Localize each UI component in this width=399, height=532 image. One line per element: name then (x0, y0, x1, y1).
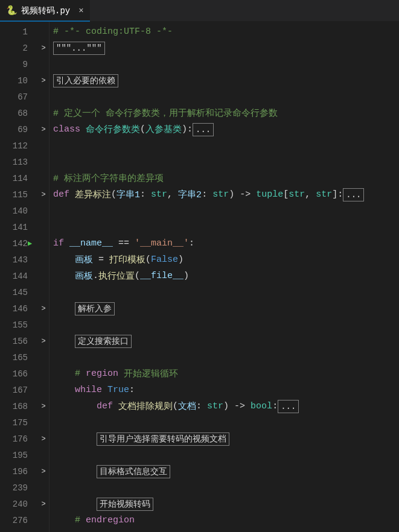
fold-chevron-icon[interactable]: > (37, 125, 49, 134)
line-number[interactable]: 69 (0, 125, 28, 135)
token: # 定义一个 命令行参数类，用于解析和记录命令行参数 (53, 107, 278, 119)
folded-region-box[interactable]: 开始视频转码 (97, 498, 153, 511)
line-number[interactable]: 168 (0, 402, 28, 411)
code-line[interactable] (53, 203, 397, 219)
line-number[interactable]: 167 (0, 385, 28, 395)
code-line[interactable]: 引导用户选择需要转码的视频文档 (53, 431, 397, 447)
line-number[interactable]: 142 (0, 239, 28, 249)
editor-tab[interactable]: 🐍 视频转码.py × (0, 0, 90, 21)
gutter-row: 143 (0, 252, 49, 268)
code-line[interactable]: def 差异标注(字串1: str, 字串2: str) -> tuple[st… (53, 186, 397, 203)
folded-region-box[interactable]: 目标格式信息交互 (97, 465, 170, 478)
code-line[interactable]: 引入必要的依赖 (53, 72, 397, 89)
code-line[interactable]: """...""" (53, 40, 397, 56)
line-number[interactable]: 196 (0, 467, 28, 477)
line-number[interactable]: 165 (0, 353, 28, 363)
code-line[interactable]: 画板 = 打印模板(False) (53, 252, 397, 268)
token: str (151, 189, 167, 200)
code-line[interactable] (53, 284, 397, 300)
code-line[interactable]: 开始视频转码 (53, 496, 397, 512)
line-number[interactable]: 239 (0, 483, 28, 493)
folded-region-box[interactable]: 解析入参 (75, 302, 115, 315)
code-line[interactable] (53, 56, 397, 72)
code-line[interactable]: # endregion (53, 512, 397, 528)
code-line[interactable]: while True: (53, 382, 397, 398)
code-line[interactable] (53, 349, 397, 366)
line-number[interactable]: 166 (0, 369, 28, 379)
code-line[interactable]: # 标注两个字符串的差异项 (53, 170, 397, 186)
line-number[interactable]: 156 (0, 337, 28, 346)
code-line[interactable] (53, 138, 397, 154)
fold-chevron-icon[interactable]: > (37, 435, 49, 443)
folded-ellipsis[interactable]: ... (278, 400, 299, 413)
line-number[interactable]: 115 (0, 190, 28, 200)
line-number[interactable]: 144 (0, 271, 28, 281)
token: == (113, 238, 135, 249)
code-line[interactable] (53, 89, 397, 105)
tab-bar: 🐍 视频转码.py × (0, 0, 399, 22)
line-number[interactable]: 113 (0, 157, 28, 167)
close-icon[interactable]: × (78, 6, 83, 16)
code-line[interactable] (53, 480, 397, 496)
token: ) (184, 271, 189, 281)
code-line[interactable]: # 定义一个 命令行参数类，用于解析和记录命令行参数 (53, 105, 397, 121)
line-number[interactable]: 67 (0, 92, 28, 102)
fold-chevron-icon[interactable]: > (37, 77, 49, 85)
code-line[interactable]: def 文档排除规则(文档: str) -> bool:... (53, 398, 397, 414)
line-number[interactable]: 112 (0, 141, 28, 151)
gutter-row: 168> (0, 398, 49, 414)
gutter-row: 115> (0, 186, 49, 203)
line-number[interactable]: 68 (0, 109, 28, 118)
line-number[interactable]: 2 (0, 43, 28, 53)
token: 入参基类 (145, 124, 182, 135)
fold-chevron-icon[interactable]: > (37, 467, 49, 476)
line-number[interactable]: 195 (0, 451, 28, 460)
code-line[interactable]: 目标格式信息交互 (53, 463, 397, 480)
token: ) (178, 255, 184, 265)
code-line[interactable] (53, 414, 397, 431)
token: 字串2 (178, 189, 202, 200)
line-number[interactable]: 9 (0, 60, 28, 69)
line-number[interactable]: 10 (0, 76, 28, 86)
code-line[interactable]: 画板.执行位置(__file__) (53, 268, 397, 284)
folded-region-box[interactable]: 引导用户选择需要转码的视频文档 (97, 432, 229, 446)
code-line[interactable]: # -*- coding:UTF-8 -*- (53, 24, 397, 40)
token: [ (283, 189, 289, 200)
code-line[interactable]: 解析入参 (53, 300, 397, 317)
run-icon[interactable]: ▶ (28, 239, 37, 248)
code-area[interactable]: # -*- coding:UTF-8 -*-"""..."""引入必要的依赖# … (49, 22, 399, 532)
line-number[interactable]: 143 (0, 255, 28, 265)
token: def (53, 189, 69, 200)
line-number[interactable]: 146 (0, 304, 28, 314)
fold-chevron-icon[interactable]: > (37, 191, 49, 199)
line-number[interactable]: 175 (0, 418, 28, 428)
code-line[interactable]: if __name__ == '__main__': (53, 235, 397, 252)
folded-ellipsis[interactable]: ... (193, 123, 214, 136)
code-line[interactable] (53, 154, 397, 170)
line-number[interactable]: 176 (0, 434, 28, 444)
folded-ellipsis[interactable]: ... (343, 188, 364, 201)
line-number[interactable]: 145 (0, 288, 28, 297)
code-line[interactable] (53, 447, 397, 463)
code-line[interactable] (53, 317, 397, 333)
line-number[interactable]: 1 (0, 27, 28, 37)
gutter: 12>910>676869>112113114115>140141142▶143… (0, 22, 49, 532)
fold-chevron-icon[interactable]: > (37, 305, 49, 313)
line-number[interactable]: 276 (0, 516, 28, 525)
folded-region-box[interactable]: 定义搜索接口 (75, 335, 132, 348)
folded-region-box[interactable]: 引入必要的依赖 (53, 74, 118, 87)
line-number[interactable]: 114 (0, 174, 28, 183)
fold-chevron-icon[interactable]: > (37, 402, 49, 411)
folded-region-box[interactable]: """...""" (53, 42, 105, 55)
code-line[interactable] (53, 219, 397, 235)
fold-chevron-icon[interactable]: > (37, 500, 49, 508)
line-number[interactable]: 155 (0, 320, 28, 330)
code-line[interactable]: 定义搜索接口 (53, 333, 397, 349)
fold-chevron-icon[interactable]: > (37, 337, 49, 346)
line-number[interactable]: 141 (0, 223, 28, 232)
line-number[interactable]: 140 (0, 206, 28, 216)
line-number[interactable]: 240 (0, 499, 28, 509)
code-line[interactable]: class 命令行参数类(入参基类):... (53, 121, 397, 138)
code-line[interactable]: # region 开始逻辑循环 (53, 366, 397, 382)
fold-chevron-icon[interactable]: > (37, 44, 49, 52)
